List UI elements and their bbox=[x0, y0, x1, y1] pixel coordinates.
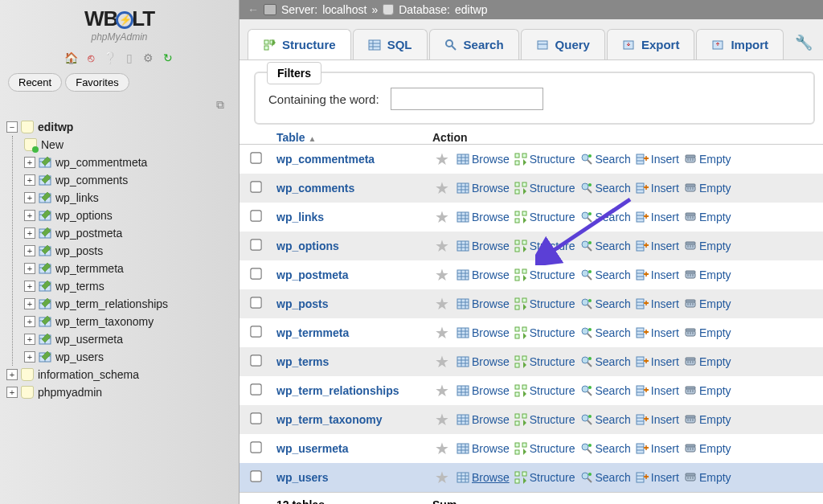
expand-icon[interactable]: + bbox=[24, 281, 35, 292]
search-link[interactable]: Search bbox=[580, 268, 631, 281]
table-name-link[interactable]: wp_links bbox=[276, 211, 324, 223]
table-name-link[interactable]: wp_comments bbox=[276, 182, 354, 195]
expand-icon[interactable]: + bbox=[24, 263, 35, 274]
table-name-link[interactable]: wp_termmeta bbox=[276, 326, 349, 339]
star-icon[interactable]: ★ bbox=[432, 410, 452, 429]
empty-link[interactable]: Empty bbox=[684, 413, 731, 426]
tree-table-name[interactable]: wp_posts bbox=[55, 244, 103, 257]
table-name-link[interactable]: wp_commentmeta bbox=[276, 153, 375, 166]
help-icon[interactable]: ❔ bbox=[103, 51, 117, 65]
structure-link[interactable]: Structure bbox=[514, 326, 575, 339]
star-icon[interactable]: ★ bbox=[432, 381, 452, 400]
table-name-link[interactable]: wp_term_relationships bbox=[276, 384, 399, 397]
tree-table-name[interactable]: wp_usermeta bbox=[55, 333, 123, 346]
row-checkbox[interactable] bbox=[250, 181, 261, 192]
tree-db-row[interactable]: +information_schema bbox=[5, 366, 234, 383]
tree-db-name[interactable]: phpmyadmin bbox=[38, 386, 102, 399]
expand-icon[interactable]: + bbox=[24, 192, 35, 203]
browse-link[interactable]: Browse bbox=[457, 471, 510, 484]
row-checkbox[interactable] bbox=[250, 326, 261, 337]
star-icon[interactable]: ★ bbox=[432, 352, 452, 371]
browse-link[interactable]: Browse bbox=[457, 268, 510, 281]
tree-table-name[interactable]: wp_postmeta bbox=[55, 227, 122, 240]
insert-link[interactable]: Insert bbox=[636, 240, 679, 252]
search-link[interactable]: Search bbox=[580, 384, 631, 397]
structure-link[interactable]: Structure bbox=[514, 355, 575, 368]
browse-link[interactable]: Browse bbox=[457, 413, 510, 426]
tree-db-name[interactable]: editwp bbox=[38, 121, 73, 133]
search-link[interactable]: Search bbox=[580, 471, 631, 484]
empty-link[interactable]: Empty bbox=[684, 297, 731, 310]
tree-table-row[interactable]: +wp_term_taxonomy bbox=[13, 313, 234, 330]
tree-table-row[interactable]: +wp_users bbox=[13, 348, 234, 366]
tab-search[interactable]: Search bbox=[429, 29, 519, 59]
tab-favorites[interactable]: Favorites bbox=[65, 73, 129, 92]
star-icon[interactable]: ★ bbox=[432, 207, 452, 227]
tree-table-name[interactable]: wp_terms bbox=[55, 280, 104, 293]
chain-icon[interactable]: ⧉ bbox=[0, 98, 239, 117]
structure-link[interactable]: Structure bbox=[514, 471, 575, 484]
browse-link[interactable]: Browse bbox=[457, 442, 510, 455]
insert-link[interactable]: Insert bbox=[636, 211, 679, 223]
expand-icon[interactable]: + bbox=[24, 245, 35, 256]
tab-recent[interactable]: Recent bbox=[8, 73, 62, 92]
table-name-link[interactable]: wp_options bbox=[276, 240, 339, 252]
tree-table-name[interactable]: wp_users bbox=[55, 350, 104, 363]
table-name-link[interactable]: wp_posts bbox=[276, 297, 329, 310]
row-checkbox[interactable] bbox=[250, 354, 261, 366]
star-icon[interactable]: ★ bbox=[432, 468, 452, 487]
empty-link[interactable]: Empty bbox=[684, 211, 731, 223]
search-link[interactable]: Search bbox=[580, 153, 631, 166]
tree-new[interactable]: New bbox=[41, 138, 63, 151]
row-checkbox[interactable] bbox=[250, 210, 261, 221]
tree-table-row[interactable]: +wp_posts bbox=[13, 242, 234, 260]
structure-link[interactable]: Structure bbox=[514, 182, 575, 195]
row-checkbox[interactable] bbox=[250, 441, 261, 453]
insert-link[interactable]: Insert bbox=[636, 297, 679, 310]
search-link[interactable]: Search bbox=[580, 297, 631, 310]
tree-table-name[interactable]: wp_commentmeta bbox=[55, 156, 147, 169]
star-icon[interactable]: ★ bbox=[432, 323, 452, 342]
home-icon[interactable]: 🏠 bbox=[64, 51, 79, 65]
star-icon[interactable]: ★ bbox=[432, 294, 452, 313]
tree-table-row[interactable]: +wp_links bbox=[13, 189, 234, 207]
expand-icon[interactable]: + bbox=[6, 387, 18, 398]
tree-table-row[interactable]: +wp_terms bbox=[13, 277, 234, 295]
star-icon[interactable]: ★ bbox=[432, 265, 452, 285]
search-link[interactable]: Search bbox=[580, 326, 631, 339]
row-checkbox[interactable] bbox=[250, 239, 261, 250]
insert-link[interactable]: Insert bbox=[636, 326, 679, 339]
structure-link[interactable]: Structure bbox=[514, 268, 575, 281]
row-checkbox[interactable] bbox=[250, 152, 261, 163]
tab-structure[interactable]: Structure bbox=[248, 29, 351, 59]
tree-table-name[interactable]: wp_term_taxonomy bbox=[55, 315, 154, 328]
expand-icon[interactable]: + bbox=[24, 316, 35, 327]
filter-input[interactable] bbox=[391, 88, 543, 110]
exit-icon[interactable]: ⎋ bbox=[84, 51, 98, 65]
browse-link[interactable]: Browse bbox=[457, 153, 510, 166]
star-icon[interactable]: ★ bbox=[432, 178, 452, 198]
browse-link[interactable]: Browse bbox=[457, 182, 510, 195]
expand-icon[interactable]: + bbox=[24, 227, 35, 239]
search-link[interactable]: Search bbox=[580, 182, 631, 195]
insert-link[interactable]: Insert bbox=[636, 182, 679, 195]
expand-icon[interactable]: + bbox=[24, 334, 35, 345]
expand-icon[interactable]: + bbox=[6, 369, 18, 380]
col-table[interactable]: Table bbox=[276, 131, 305, 144]
row-checkbox[interactable] bbox=[250, 297, 261, 308]
insert-link[interactable]: Insert bbox=[636, 471, 679, 484]
insert-link[interactable]: Insert bbox=[636, 268, 679, 281]
expand-icon[interactable]: + bbox=[24, 174, 35, 186]
search-link[interactable]: Search bbox=[580, 211, 631, 223]
tree-table-name[interactable]: wp_termmeta bbox=[55, 262, 124, 275]
tree-table-row[interactable]: +wp_options bbox=[13, 207, 234, 224]
table-name-link[interactable]: wp_term_taxonomy bbox=[276, 413, 382, 426]
browse-link[interactable]: Browse bbox=[457, 355, 510, 368]
row-checkbox[interactable] bbox=[250, 470, 261, 481]
breadcrumb-server[interactable]: localhost bbox=[322, 3, 366, 16]
collapse-icon[interactable]: − bbox=[6, 121, 18, 133]
row-checkbox[interactable] bbox=[250, 383, 261, 395]
breadcrumb-arrow-icon[interactable]: ← bbox=[248, 3, 259, 16]
structure-link[interactable]: Structure bbox=[514, 211, 575, 223]
expand-icon[interactable]: + bbox=[24, 351, 35, 363]
